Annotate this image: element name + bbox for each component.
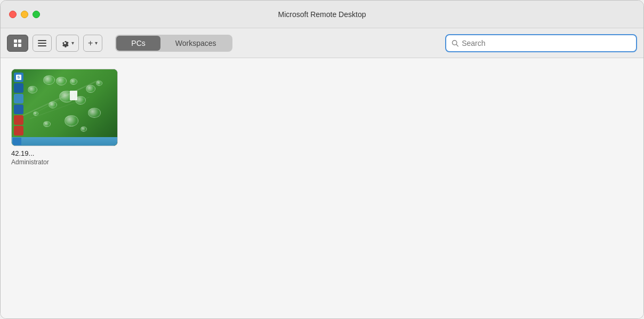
search-bar	[445, 34, 637, 52]
pc-user: Administrator	[11, 158, 118, 166]
settings-chevron-icon: ▾	[71, 40, 74, 46]
svg-line-8	[456, 44, 458, 46]
traffic-lights	[9, 11, 40, 18]
desktop-taskbar	[12, 137, 117, 146]
tab-workspaces[interactable]: Workspaces	[160, 36, 231, 51]
maximize-button[interactable]	[33, 11, 40, 18]
search-icon	[452, 39, 458, 47]
pc-name: 42.19...	[11, 149, 118, 157]
desktop-background: S	[12, 69, 117, 146]
minimize-button[interactable]	[21, 11, 28, 18]
svg-rect-2	[14, 44, 17, 47]
add-chevron-icon: ▾	[95, 40, 98, 46]
main-content: S 42.19... Administrator	[1, 58, 643, 319]
pc-thumbnail: S	[11, 69, 118, 146]
grid-icon	[13, 39, 22, 47]
svg-rect-6	[38, 45, 46, 46]
search-input[interactable]	[462, 39, 631, 47]
svg-rect-1	[18, 39, 21, 43]
svg-rect-3	[18, 44, 21, 47]
svg-rect-4	[38, 40, 46, 41]
gear-icon	[61, 39, 69, 47]
view-list-button[interactable]	[33, 35, 52, 52]
segmented-control: PCs Workspaces	[115, 35, 232, 52]
pc-card[interactable]: S 42.19... Administrator	[11, 69, 118, 166]
tab-pcs[interactable]: PCs	[116, 36, 160, 51]
view-grid-button[interactable]	[7, 35, 28, 52]
add-button[interactable]: + ▾	[83, 35, 102, 52]
svg-rect-0	[14, 39, 17, 43]
title-bar: Microsoft Remote Desktop	[1, 1, 643, 28]
toolbar: ▾ + ▾ PCs Workspaces	[1, 28, 643, 58]
add-icon: +	[88, 39, 93, 47]
settings-button[interactable]: ▾	[56, 35, 79, 52]
close-button[interactable]	[9, 11, 17, 18]
list-icon	[38, 39, 46, 47]
svg-rect-5	[38, 43, 46, 44]
window-title: Microsoft Remote Desktop	[278, 10, 366, 19]
